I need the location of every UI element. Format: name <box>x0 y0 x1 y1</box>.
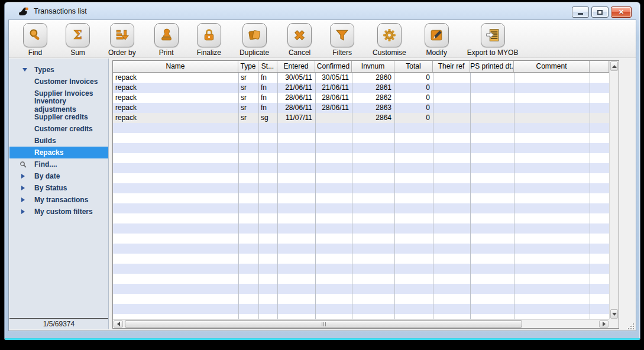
funnel-icon <box>334 27 350 43</box>
x-cross-icon <box>292 27 308 43</box>
table-row[interactable]: repack sr fn 28/06/11 28/06/11 2863 0 <box>113 103 609 113</box>
arrow-right-icon <box>603 322 606 326</box>
scrollbar-corner <box>609 319 619 328</box>
minimize-icon <box>578 13 583 15</box>
sidebar-item-my-transactions[interactable]: My transactions <box>9 194 108 206</box>
sidebar-item-customer-invoices[interactable]: Customer Invoices <box>9 76 108 88</box>
minimize-button[interactable] <box>572 7 589 18</box>
window-bottom-edge <box>5 338 640 340</box>
column-header-type[interactable]: Type <box>238 61 258 72</box>
toolbar-label: Modify <box>426 48 447 57</box>
vertical-scrollbar[interactable] <box>609 61 619 319</box>
export-document-icon <box>485 27 501 43</box>
collapsed-arrow-icon[interactable] <box>21 197 25 202</box>
column-header-blank[interactable] <box>590 61 609 72</box>
column-header-entered[interactable]: Entered <box>277 61 315 72</box>
sidebar-item-my-custom-filters[interactable]: My custom filters <box>9 206 108 218</box>
stamp-icon <box>158 27 174 43</box>
toolbar-label: Duplicate <box>240 48 269 57</box>
sidebar-item-by-date[interactable]: By date <box>9 170 108 182</box>
order-by-button[interactable]: Order by <box>108 23 136 57</box>
svg-text:Σ: Σ <box>73 28 82 42</box>
gear-icon <box>381 27 397 43</box>
scroll-left-button[interactable] <box>114 320 123 328</box>
toolbar-label: Sum <box>70 48 85 57</box>
copy-pages-icon <box>247 27 263 43</box>
cancel-button[interactable]: Cancel <box>287 23 312 57</box>
close-icon: ✕ <box>619 8 624 16</box>
close-button[interactable]: ✕ <box>611 7 632 18</box>
column-header-confirmed[interactable]: Confirmed <box>315 61 352 72</box>
pencil-icon <box>429 27 445 43</box>
column-header-status[interactable]: St... <box>258 61 277 72</box>
magnifier-icon <box>27 27 43 43</box>
toolbar-label: Print <box>159 48 174 57</box>
empty-rows-area <box>113 123 609 319</box>
sidebar-item-by-status[interactable]: By Status <box>9 182 108 194</box>
window-content: Find Σ Sum Order by <box>8 20 636 331</box>
scroll-up-button[interactable] <box>610 61 618 71</box>
table-row[interactable]: repack sr fn 28/06/11 28/06/11 2862 0 <box>113 93 609 103</box>
sort-descending-icon <box>114 27 130 43</box>
column-header-name[interactable]: Name <box>113 61 238 72</box>
duplicate-button[interactable]: Duplicate <box>240 23 269 57</box>
record-count-status: 1/5/69374 <box>9 318 108 329</box>
toolbar-label: Find <box>28 48 42 57</box>
table-body: repack sr fn 30/05/11 30/05/11 2860 0 re… <box>113 73 609 319</box>
sidebar-item-builds[interactable]: Builds <box>9 135 108 147</box>
find-button[interactable]: Find <box>23 23 47 57</box>
toolbar-label: Cancel <box>289 48 310 57</box>
print-button[interactable]: Print <box>154 23 179 57</box>
sidebar: Types Customer Invoices Supplier Invoice… <box>9 59 109 329</box>
window-title: Transactions list <box>34 7 87 15</box>
scroll-right-button[interactable] <box>599 320 609 328</box>
sigma-icon: Σ <box>70 27 86 43</box>
titlebar[interactable]: Transactions list ✕ <box>5 2 640 20</box>
table-row[interactable]: repack sr sg 11/07/11 2864 0 <box>113 113 609 123</box>
resize-grip[interactable] <box>627 323 634 329</box>
finalize-button[interactable]: Finalize <box>197 23 221 57</box>
table-row[interactable]: repack sr fn 21/06/11 21/06/11 2861 0 <box>113 83 609 93</box>
table-header: Name Type St... Entered Confirmed Invnum… <box>113 61 609 73</box>
search-icon <box>20 161 27 168</box>
column-header-total[interactable]: Total <box>394 61 433 72</box>
export-to-myob-button[interactable]: Export to MYOB <box>467 23 519 57</box>
customise-button[interactable]: Customise <box>373 23 406 57</box>
column-header-invnum[interactable]: Invnum <box>352 61 394 72</box>
maximize-icon <box>597 10 603 15</box>
expanded-arrow-icon[interactable] <box>22 68 27 72</box>
maximize-button[interactable] <box>591 7 609 18</box>
toolbar-label: Filters <box>332 48 352 57</box>
sidebar-item-types[interactable]: Types <box>9 64 108 76</box>
collapsed-arrow-icon[interactable] <box>21 174 25 179</box>
sidebar-item-repacks[interactable]: Repacks <box>9 147 108 158</box>
arrow-left-icon <box>117 322 120 326</box>
padlock-icon <box>201 27 217 43</box>
sidebar-item-inventory-adjustments[interactable]: Inventory adjustments <box>9 99 108 111</box>
modify-button[interactable]: Modify <box>425 23 449 57</box>
transactions-table: Name Type St... Entered Confirmed Invnum… <box>112 60 619 329</box>
arrow-down-icon <box>612 313 617 316</box>
app-logo-icon <box>18 6 30 17</box>
filters-button[interactable]: Filters <box>330 23 354 57</box>
toolbar-label: Customise <box>373 48 406 57</box>
table-row[interactable]: repack sr fn 30/05/11 30/05/11 2860 0 <box>113 73 609 83</box>
sidebar-item-find[interactable]: Find.... <box>9 158 108 170</box>
toolbar-label: Finalize <box>197 48 221 57</box>
column-header-comment[interactable]: Comment <box>514 61 590 72</box>
sum-button[interactable]: Σ Sum <box>66 23 90 57</box>
scroll-down-button[interactable] <box>610 309 618 319</box>
app-window: Transactions list ✕ Find Σ Sum <box>4 2 640 340</box>
toolbar-label: Export to MYOB <box>467 48 519 57</box>
sidebar-item-supplier-credits[interactable]: Supplier credits <box>9 111 108 123</box>
column-header-ps-printed[interactable]: PS printed dt. <box>470 61 514 72</box>
toolbar-label: Order by <box>108 48 136 57</box>
sidebar-item-customer-credits[interactable]: Customer credits <box>9 123 108 135</box>
collapsed-arrow-icon[interactable] <box>21 209 25 214</box>
arrow-up-icon <box>612 65 617 68</box>
horizontal-scrollbar[interactable] <box>113 319 609 328</box>
horizontal-scroll-thumb[interactable] <box>125 320 522 328</box>
toolbar: Find Σ Sum Order by <box>9 20 636 58</box>
column-header-their-ref[interactable]: Their ref <box>433 61 470 72</box>
collapsed-arrow-icon[interactable] <box>21 186 25 190</box>
